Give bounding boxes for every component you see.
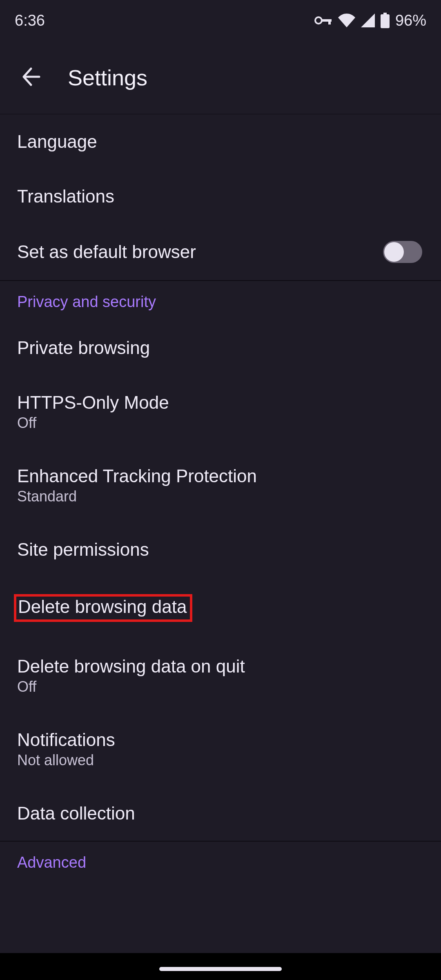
row-translations[interactable]: Translations (0, 169, 441, 224)
row-https-only[interactable]: HTTPS-Only Mode Off (0, 375, 441, 449)
row-label: Translations (17, 186, 114, 207)
svg-rect-4 (381, 14, 390, 28)
section-advanced: Advanced (0, 842, 441, 881)
row-label: Delete browsing data (18, 597, 187, 617)
row-private-browsing[interactable]: Private browsing (0, 321, 441, 375)
row-sublabel: Standard (17, 488, 257, 505)
row-language[interactable]: Language (0, 114, 441, 169)
highlight-box: Delete browsing data (14, 594, 192, 622)
battery-icon (381, 13, 390, 28)
row-sublabel: Not allowed (17, 752, 115, 769)
row-sublabel: Off (17, 414, 169, 432)
toggle-knob (384, 242, 404, 262)
row-label: Private browsing (17, 338, 150, 358)
cell-signal-icon (361, 13, 375, 27)
vpn-key-icon (314, 16, 332, 25)
row-label: Language (17, 131, 97, 152)
row-notifications[interactable]: Notifications Not allowed (0, 713, 441, 786)
back-button[interactable] (11, 58, 51, 97)
status-time: 6:36 (15, 12, 45, 29)
row-label: Delete browsing data on quit (17, 656, 245, 677)
settings-list: Language Translations Set as default bro… (0, 114, 441, 891)
row-label: Notifications (17, 730, 115, 750)
row-label: Enhanced Tracking Protection (17, 466, 257, 486)
row-site-permissions[interactable]: Site permissions (0, 522, 441, 577)
section-privacy: Privacy and security (0, 281, 441, 321)
row-default-browser[interactable]: Set as default browser (0, 224, 441, 280)
app-bar: Settings (0, 41, 441, 114)
arrow-left-icon (20, 66, 42, 89)
status-icons: 96% (314, 12, 426, 29)
row-label: Site permissions (17, 539, 149, 560)
row-sublabel: Off (17, 678, 245, 695)
status-bar: 6:36 96% (0, 0, 441, 41)
row-label: HTTPS-Only Mode (17, 392, 169, 413)
row-label: Set as default browser (17, 242, 196, 262)
svg-point-0 (315, 17, 322, 24)
wifi-icon (338, 13, 355, 27)
svg-rect-3 (383, 13, 387, 14)
row-label: Data collection (17, 803, 135, 824)
row-delete-browsing-data[interactable]: Delete browsing data (0, 577, 441, 639)
row-delete-on-quit[interactable]: Delete browsing data on quit Off (0, 639, 441, 713)
gesture-bar[interactable] (159, 967, 282, 971)
svg-rect-2 (328, 19, 331, 24)
nav-bar-bg (0, 953, 441, 980)
default-browser-toggle[interactable] (383, 241, 422, 263)
row-etp[interactable]: Enhanced Tracking Protection Standard (0, 449, 441, 522)
battery-percent: 96% (395, 12, 426, 29)
page-title: Settings (68, 65, 147, 90)
row-data-collection[interactable]: Data collection (0, 786, 441, 841)
